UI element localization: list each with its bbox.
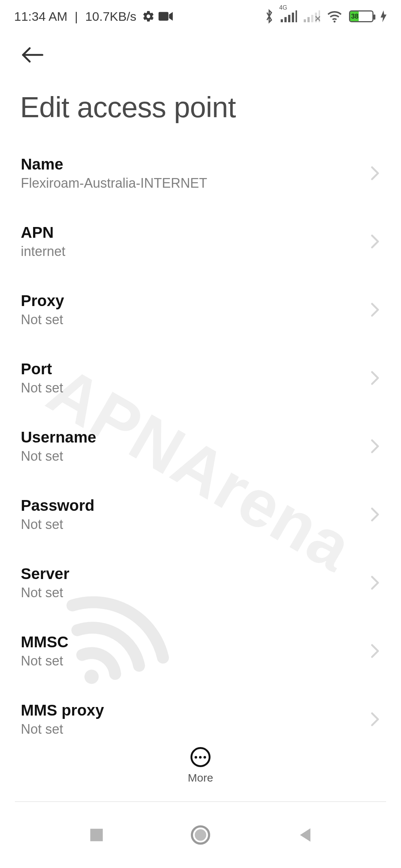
chevron-right-icon <box>370 302 380 318</box>
nav-back-button[interactable] <box>293 824 316 846</box>
signal-sim1-icon: 4G <box>281 10 297 22</box>
row-value: Not set <box>21 380 370 396</box>
action-bar: More <box>0 732 401 799</box>
svg-rect-1 <box>159 12 169 20</box>
battery-level: 38 <box>350 11 359 21</box>
system-nav-bar <box>0 802 401 868</box>
row-password[interactable]: Password Not set <box>0 480 401 549</box>
row-value: Not set <box>21 585 370 601</box>
row-value: Not set <box>21 721 370 737</box>
row-name[interactable]: Name Flexiroam-Australia-INTERNET <box>0 139 401 207</box>
row-apn[interactable]: APN internet <box>0 207 401 276</box>
row-mms-proxy[interactable]: MMS proxy Not set <box>0 685 401 741</box>
row-label: APN <box>21 224 370 241</box>
wifi-icon <box>327 10 342 23</box>
row-label: MMSC <box>21 633 370 651</box>
svg-point-12 <box>333 20 335 22</box>
status-netspeed: 10.7KB/s <box>85 9 136 24</box>
bluetooth-icon <box>264 9 274 24</box>
chevron-right-icon <box>370 165 380 181</box>
signal-sim2-icon <box>304 10 320 22</box>
gear-icon <box>142 10 155 23</box>
svg-rect-6 <box>296 10 297 22</box>
chevron-right-icon <box>370 233 380 250</box>
svg-rect-7 <box>304 19 306 22</box>
svg-rect-14 <box>90 829 103 841</box>
chevron-right-icon <box>370 575 380 591</box>
row-value: Flexiroam-Australia-INTERNET <box>21 175 370 191</box>
page-title: Edit access point <box>0 68 401 135</box>
row-server[interactable]: Server Not set <box>0 549 401 617</box>
row-proxy[interactable]: Proxy Not set <box>0 276 401 344</box>
row-value: Not set <box>21 517 370 532</box>
row-label: Username <box>21 428 370 446</box>
row-mmsc[interactable]: MMSC Not set <box>0 617 401 685</box>
svg-rect-5 <box>292 13 294 22</box>
row-value: internet <box>21 244 370 259</box>
nav-home-button[interactable] <box>189 824 212 846</box>
more-button[interactable]: More <box>188 747 213 784</box>
network-gen-label: 4G <box>279 4 287 11</box>
row-label: Server <box>21 565 370 583</box>
row-label: Port <box>21 360 370 378</box>
chevron-right-icon <box>370 438 380 454</box>
status-separator: | <box>71 9 82 24</box>
more-icon <box>190 747 211 767</box>
svg-point-16 <box>195 829 206 841</box>
row-port[interactable]: Port Not set <box>0 344 401 412</box>
row-label: Proxy <box>21 292 370 310</box>
back-button[interactable] <box>20 42 47 68</box>
svg-rect-2 <box>281 19 283 22</box>
svg-rect-9 <box>311 15 313 22</box>
chevron-right-icon <box>370 370 380 386</box>
camera-icon <box>159 11 173 22</box>
svg-rect-3 <box>284 17 287 22</box>
battery-icon: 38 <box>349 10 374 22</box>
nav-recents-button[interactable] <box>85 824 108 846</box>
row-value: Not set <box>21 312 370 328</box>
status-time: 11:34 AM <box>14 9 68 24</box>
charging-icon <box>380 10 387 22</box>
chevron-right-icon <box>370 643 380 659</box>
chevron-right-icon <box>370 506 380 523</box>
row-value: Not set <box>21 653 370 669</box>
svg-rect-4 <box>288 15 290 22</box>
settings-list: Name Flexiroam-Australia-INTERNET APN in… <box>0 135 401 741</box>
status-bar: 11:34 AM | 10.7KB/s 4G <box>0 0 401 33</box>
row-label: MMS proxy <box>21 701 370 719</box>
more-label: More <box>188 772 213 784</box>
chevron-right-icon <box>370 711 380 727</box>
row-username[interactable]: Username Not set <box>0 412 401 480</box>
svg-rect-8 <box>307 17 310 22</box>
row-label: Password <box>21 497 370 514</box>
row-label: Name <box>21 155 370 173</box>
row-value: Not set <box>21 448 370 464</box>
